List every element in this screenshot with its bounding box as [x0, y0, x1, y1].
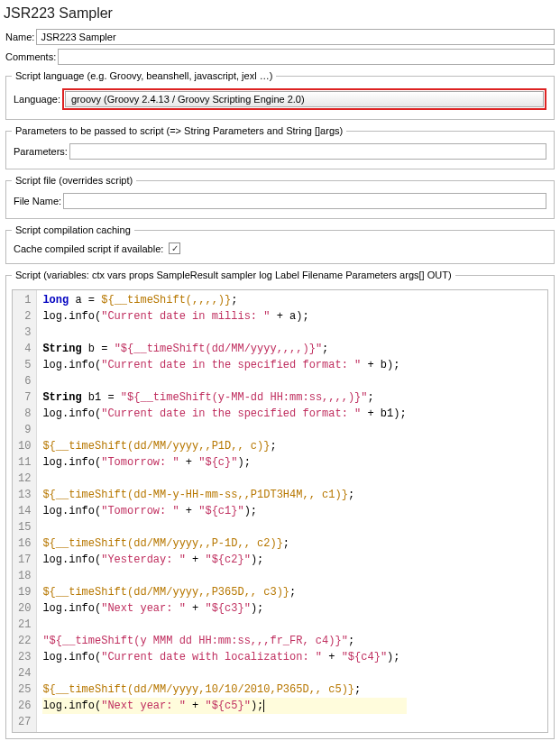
parameters-input[interactable]	[69, 143, 546, 160]
language-legend: Script language (e.g. Groovy, beanshell,…	[12, 70, 276, 81]
code-line[interactable]: String b = "${__timeShift(dd/MM/yyyy,,,,…	[42, 341, 406, 357]
text-cursor	[263, 700, 264, 712]
cache-fieldset: Script compilation caching Cache compile…	[5, 224, 555, 264]
page-title: JSR223 Sampler	[4, 5, 556, 22]
line-number: 8	[18, 406, 31, 422]
line-number: 10	[18, 438, 31, 454]
code-line[interactable]: ${__timeShift(dd/MM/yyyy,,P-1D,, c2)};	[42, 535, 406, 552]
code-line[interactable]: "${__timeShift(y MMM dd HH:mm:ss,,,fr_FR…	[42, 633, 406, 649]
code-line[interactable]	[42, 373, 406, 389]
line-number: 22	[18, 633, 31, 649]
filename-label: File Name:	[14, 196, 61, 206]
line-number: 23	[18, 649, 31, 665]
line-number: 27	[18, 714, 31, 730]
line-number: 13	[18, 487, 31, 503]
line-number: 9	[18, 422, 31, 438]
line-number: 12	[18, 471, 31, 487]
scriptfile-legend: Script file (overrides script)	[12, 175, 136, 186]
code-line[interactable]: log.info("Tomorrow: " + "${c}");	[42, 454, 406, 471]
code-line[interactable]: log.info("Current date in millis: " + a)…	[42, 308, 406, 325]
code-line[interactable]: long a = ${__timeShift(,,,,)};	[42, 292, 406, 308]
code-line[interactable]	[42, 519, 406, 535]
parameters-fieldset: Parameters to be passed to script (=> St…	[5, 125, 555, 169]
editor-gutter: 1234567891011121314151617181920212223242…	[13, 290, 37, 732]
language-highlight: groovy (Groovy 2.4.13 / Groovy Scripting…	[62, 88, 546, 110]
name-label: Name:	[5, 32, 34, 42]
comments-input[interactable]	[58, 49, 555, 65]
comments-label: Comments:	[5, 51, 56, 62]
code-line[interactable]	[42, 568, 406, 584]
language-label: Language:	[14, 94, 60, 105]
script-legend: Script (variables: ctx vars props Sample…	[12, 270, 455, 280]
code-line[interactable]: ${__timeShift(dd/MM/yyyy,,P1D,, c)};	[42, 438, 406, 454]
code-line[interactable]: log.info("Current date in the specified …	[42, 357, 406, 373]
line-number: 20	[18, 600, 31, 617]
line-number: 24	[18, 665, 31, 682]
line-number: 11	[18, 454, 31, 471]
code-line[interactable]	[42, 617, 406, 633]
line-number: 25	[18, 682, 31, 698]
code-line[interactable]	[42, 714, 406, 730]
line-number: 3	[18, 325, 31, 341]
language-fieldset: Script language (e.g. Groovy, beanshell,…	[5, 70, 555, 120]
name-input[interactable]	[36, 29, 555, 45]
line-number: 18	[18, 568, 31, 584]
line-number: 26	[18, 698, 31, 714]
line-number: 16	[18, 535, 31, 552]
line-number: 2	[18, 308, 31, 325]
code-line[interactable]	[42, 471, 406, 487]
line-number: 17	[18, 552, 31, 568]
scriptfile-fieldset: Script file (overrides script) File Name…	[5, 175, 555, 219]
code-line[interactable]	[42, 422, 406, 438]
line-number: 7	[18, 389, 31, 406]
parameters-legend: Parameters to be passed to script (=> St…	[12, 125, 346, 136]
code-line[interactable]	[42, 665, 406, 682]
code-line[interactable]: ${__timeShift(dd/MM/yyyy,,P365D,, c3)};	[42, 584, 406, 600]
parameters-label: Parameters:	[14, 146, 68, 157]
line-number: 19	[18, 584, 31, 600]
language-value: groovy (Groovy 2.4.13 / Groovy Scripting…	[71, 94, 305, 105]
line-number: 4	[18, 341, 31, 357]
code-line[interactable]: ${__timeShift(dd/MM/yyyy,10/10/2010,P365…	[42, 682, 406, 698]
cache-checkbox[interactable]	[169, 242, 180, 254]
line-number: 6	[18, 373, 31, 389]
filename-input[interactable]	[63, 193, 546, 209]
code-line[interactable]: log.info("Yesterday: " + "${c2}");	[42, 552, 406, 568]
code-line[interactable]: ${__timeShift(dd-MM-y-HH-mm-ss,,P1DT3H4M…	[42, 487, 406, 503]
language-select[interactable]: groovy (Groovy 2.4.13 / Groovy Scripting…	[65, 91, 544, 107]
script-editor[interactable]: 1234567891011121314151617181920212223242…	[12, 289, 548, 733]
script-fieldset: Script (variables: ctx vars props Sample…	[5, 270, 555, 739]
cache-legend: Script compilation caching	[12, 224, 134, 235]
code-line[interactable]: log.info("Current date in the specified …	[42, 406, 406, 422]
code-line[interactable]: log.info("Next year: " + "${c3}");	[42, 600, 406, 617]
line-number: 14	[18, 503, 31, 519]
code-line[interactable]: log.info("Current date with localization…	[42, 649, 406, 665]
line-number: 15	[18, 519, 31, 535]
code-line[interactable]: log.info("Next year: " + "${c5}");	[42, 698, 406, 714]
editor-code[interactable]: long a = ${__timeShift(,,,,)};log.info("…	[37, 290, 411, 732]
line-number: 5	[18, 357, 31, 373]
line-number: 21	[18, 617, 31, 633]
code-line[interactable]: log.info("Tomorrow: " + "${c1}");	[42, 503, 406, 519]
code-line[interactable]	[42, 325, 406, 341]
code-line[interactable]: String b1 = "${__timeShift(y-MM-dd HH:mm…	[42, 389, 406, 406]
line-number: 1	[18, 292, 31, 308]
cache-label: Cache compiled script if available:	[14, 243, 163, 254]
